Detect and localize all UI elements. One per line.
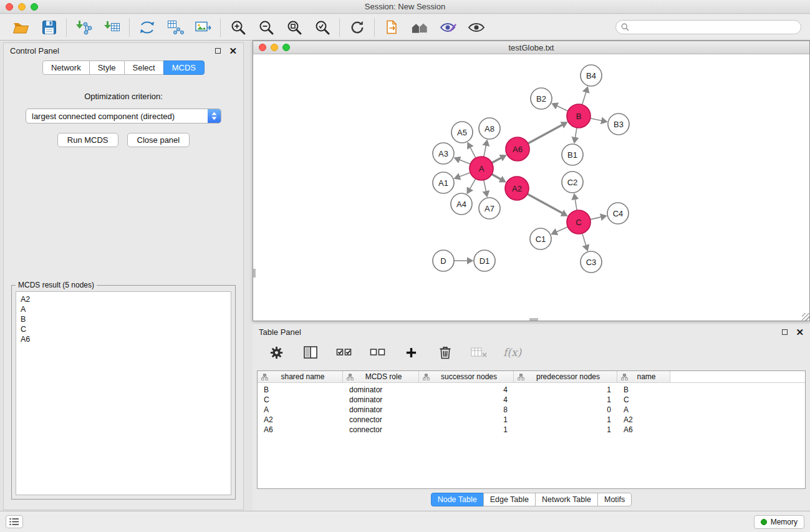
svg-text:B1: B1: [567, 150, 577, 160]
optimization-criterion-label: Optimization criterion:: [4, 92, 243, 101]
import-table-icon[interactable]: [103, 18, 121, 36]
node-A7[interactable]: A7: [479, 198, 500, 219]
edge-A2-C: [528, 194, 564, 214]
node-D1[interactable]: D1: [474, 250, 495, 271]
select-all-icon[interactable]: [335, 344, 353, 362]
resize-grip[interactable]: [802, 313, 809, 321]
tab-motifs[interactable]: Motifs: [597, 493, 632, 506]
delete-column-icon[interactable]: [436, 344, 454, 362]
svg-text:A2: A2: [512, 184, 522, 193]
vertical-scroll-indicator[interactable]: [253, 269, 256, 278]
network-view-window: testGlobe.txt B4B2BB3A5A8A6B1A3AC2A1A2A4…: [253, 41, 810, 321]
table-row[interactable]: A6connector11A6: [258, 425, 805, 435]
minimize-window-button[interactable]: [18, 3, 26, 11]
zoom-in-icon[interactable]: [229, 18, 247, 36]
close-panel-icon[interactable]: ✕: [229, 46, 237, 56]
memory-button[interactable]: Memory: [754, 515, 804, 529]
tab-network[interactable]: Network: [42, 60, 90, 75]
float-table-panel-icon[interactable]: [782, 329, 788, 335]
node-B3[interactable]: B3: [608, 114, 629, 135]
tab-select[interactable]: Select: [124, 60, 164, 75]
node-C3[interactable]: C3: [581, 251, 602, 273]
mcds-result-group: MCDS result (5 nodes) A2ABCA6: [11, 285, 236, 500]
network-window-titlebar[interactable]: testGlobe.txt: [253, 41, 809, 54]
column-header-shared-name[interactable]: shared name: [258, 371, 343, 382]
search-input[interactable]: [632, 23, 796, 32]
search-box[interactable]: [615, 20, 801, 34]
node-C1[interactable]: C1: [530, 228, 551, 249]
network-close-button[interactable]: [259, 44, 266, 51]
node-A8[interactable]: A8: [479, 118, 500, 139]
table-panel-title: Table Panel: [259, 327, 301, 337]
column-header-predecessor-nodes[interactable]: predecessor nodes: [514, 371, 617, 382]
add-column-icon[interactable]: [402, 344, 420, 362]
delete-table-icon[interactable]: [470, 344, 488, 362]
node-A[interactable]: A: [470, 157, 493, 180]
open-session-icon[interactable]: [12, 18, 30, 36]
node-A1[interactable]: A1: [433, 172, 454, 193]
home-pair-icon[interactable]: [411, 18, 429, 36]
dropdown-stepper-icon[interactable]: [208, 109, 221, 123]
node-D[interactable]: D: [433, 250, 454, 271]
network-canvas[interactable]: B4B2BB3A5A8A6B1A3AC2A1A2A4A7C4CC1C3DD1: [253, 55, 809, 321]
control-panel-title: Control Panel: [10, 46, 59, 56]
tab-mcds[interactable]: MCDS: [163, 60, 205, 75]
table-toolbar: f(x): [253, 339, 810, 365]
node-B2[interactable]: B2: [531, 88, 552, 109]
table-row[interactable]: A2connector11A2: [258, 415, 805, 425]
node-B[interactable]: B: [567, 104, 591, 128]
node-C[interactable]: C: [567, 210, 591, 234]
network-maximize-button[interactable]: [282, 44, 290, 51]
optimization-criterion-dropdown[interactable]: largest connected component (directed): [26, 109, 221, 123]
function-builder-icon[interactable]: f(x): [503, 346, 521, 359]
node-A3[interactable]: A3: [433, 143, 454, 164]
table-row[interactable]: Cdominator41C: [258, 395, 805, 405]
node-A4[interactable]: A4: [451, 193, 472, 215]
node-A6[interactable]: A6: [506, 137, 529, 161]
close-panel-button[interactable]: Close panel: [127, 133, 190, 147]
zoom-out-icon[interactable]: [257, 18, 275, 36]
maximize-window-button[interactable]: [31, 3, 38, 11]
horizontal-scroll-indicator[interactable]: [529, 318, 538, 321]
column-browser-icon[interactable]: [301, 344, 319, 362]
export-image-icon[interactable]: [194, 18, 212, 36]
tab-network-table[interactable]: Network Table: [535, 493, 598, 506]
node-C4[interactable]: C4: [607, 203, 629, 224]
result-item: A2: [21, 294, 226, 304]
clone-network-icon[interactable]: [138, 18, 156, 36]
node-A2[interactable]: A2: [505, 177, 529, 200]
tab-edge-table[interactable]: Edge Table: [483, 493, 536, 506]
table-row[interactable]: Adominator80A: [258, 405, 805, 415]
column-header-MCDS-role[interactable]: MCDS role: [343, 371, 419, 382]
import-network-icon[interactable]: [75, 18, 93, 36]
node-C2[interactable]: C2: [562, 172, 583, 193]
tab-node-table[interactable]: Node Table: [431, 493, 484, 506]
apply-layout-icon[interactable]: [348, 18, 366, 36]
network-minimize-button[interactable]: [271, 44, 278, 51]
zoom-selected-icon[interactable]: [313, 18, 331, 36]
eye-edit-icon[interactable]: [439, 18, 457, 36]
close-table-panel-icon[interactable]: ✕: [796, 327, 804, 337]
task-history-button[interactable]: [6, 515, 23, 528]
column-header-name[interactable]: name: [617, 371, 670, 382]
copy-document-icon[interactable]: [383, 18, 401, 36]
column-header-successor-nodes[interactable]: successor nodes: [419, 371, 514, 382]
close-window-button[interactable]: [6, 3, 13, 11]
run-mcds-button[interactable]: Run MCDS: [57, 133, 118, 147]
mcds-result-list[interactable]: A2ABCA6: [16, 291, 231, 495]
edge-B-B2: [556, 105, 568, 111]
float-panel-icon[interactable]: [215, 48, 221, 54]
network-table-icon[interactable]: [166, 18, 184, 36]
dropdown-selected-value: largest connected component (directed): [32, 112, 175, 121]
table-row[interactable]: Bdominator41B: [258, 385, 805, 395]
zoom-fit-icon[interactable]: [285, 18, 303, 36]
tab-style[interactable]: Style: [89, 60, 125, 75]
node-B1[interactable]: B1: [562, 144, 583, 165]
node-B4[interactable]: B4: [581, 65, 602, 86]
svg-text:A6: A6: [513, 145, 523, 154]
table-settings-gear-icon[interactable]: [268, 344, 286, 362]
save-session-icon[interactable]: [40, 18, 58, 36]
deselect-all-icon[interactable]: [369, 344, 387, 362]
node-A5[interactable]: A5: [451, 122, 473, 143]
eye-icon[interactable]: [467, 18, 485, 36]
